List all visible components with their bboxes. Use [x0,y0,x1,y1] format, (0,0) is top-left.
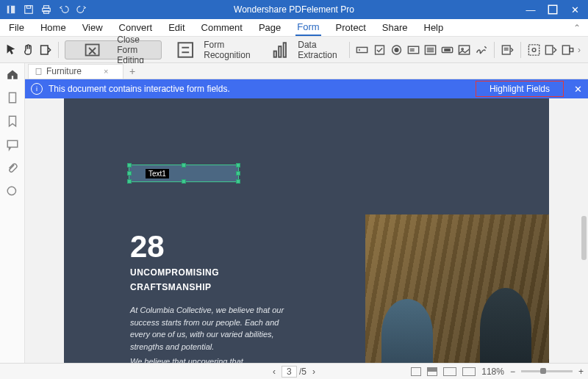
form-tool-a-icon[interactable] [527,42,541,58]
more-fields-icon[interactable] [501,42,514,58]
info-bar-close-icon[interactable]: ✕ [574,84,582,95]
attachments-panel-icon[interactable] [6,162,19,175]
svg-rect-37 [545,46,553,54]
view-continuous-icon[interactable] [427,367,437,376]
menu-form[interactable]: Form [295,19,320,36]
page-big-number: 28 [130,229,165,264]
form-tool-c-icon[interactable] [561,42,575,58]
svg-rect-9 [86,44,99,55]
menu-comment[interactable]: Comment [200,20,244,35]
svg-rect-6 [44,11,49,14]
form-text-field[interactable]: Text1 [129,165,239,182]
menu-home[interactable]: Home [39,20,68,35]
current-page[interactable]: 3 [282,366,297,378]
document-tab[interactable]: Furniture × [28,64,123,79]
view-two-continuous-icon[interactable] [462,367,476,376]
svg-point-20 [395,48,398,51]
svg-rect-3 [26,6,30,9]
print-icon[interactable] [41,4,51,15]
select-tool-icon[interactable] [4,42,18,58]
view-two-page-icon[interactable] [443,367,456,376]
svg-rect-38 [562,46,570,54]
svg-rect-16 [357,47,368,52]
menu-file[interactable]: File [7,20,26,35]
menu-help[interactable]: Help [423,20,445,35]
home-panel-icon[interactable] [6,68,19,81]
comments-panel-icon[interactable] [6,138,19,151]
thumbnails-panel-icon[interactable] [6,91,19,104]
menu-protect[interactable]: Protect [334,20,368,35]
svg-rect-13 [273,51,276,57]
document-canvas[interactable]: Text1 28 UNCOMPROMISINGCRAFTSMANSHIP At … [25,98,588,363]
zoom-level[interactable]: 118% [481,367,504,377]
tab-close-icon[interactable]: × [104,67,108,76]
button-field-icon[interactable] [440,42,454,58]
menu-convert[interactable]: Convert [118,20,154,35]
page-navigator: ‹ 3 /5 › [273,367,315,377]
svg-point-36 [532,48,536,51]
info-icon: i [31,83,43,95]
form-recognition-button[interactable]: Form Recognition [165,40,257,59]
data-extraction-button[interactable]: Data Extraction [259,40,343,59]
svg-rect-29 [445,48,450,50]
prev-page-icon[interactable]: ‹ [273,367,276,377]
bookmarks-panel-icon[interactable] [6,115,19,128]
page-heading: UNCOMPROMISINGCRAFTSMANSHIP [130,264,219,295]
close-form-editing-button[interactable]: Close Form Editing [65,40,162,59]
svg-point-42 [7,187,15,195]
page-body-text-2: We believe that uncovering that [130,357,295,363]
zoom-out-icon[interactable]: − [510,367,515,377]
svg-rect-35 [528,44,539,54]
menu-view[interactable]: View [81,20,104,35]
hand-tool-icon[interactable] [21,42,35,58]
status-bar: ‹ 3 /5 › 118% − + [0,363,588,379]
new-tab-button[interactable]: + [126,65,138,77]
view-single-icon[interactable] [411,367,421,376]
menu-share[interactable]: Share [381,20,409,35]
page-photo [365,214,549,363]
highlight-fields-button[interactable]: Highlight Fields [476,81,564,97]
redo-icon[interactable] [76,4,87,15]
ribbon-overflow-icon[interactable]: › [578,45,584,55]
left-sidebar [0,63,25,363]
svg-rect-39 [570,48,573,51]
svg-rect-21 [408,46,418,54]
text-field-icon[interactable] [355,42,369,58]
tab-label: Furniture [46,66,82,76]
close-button[interactable]: ✕ [569,4,581,15]
combobox-field-icon[interactable] [406,42,420,58]
zoom-slider[interactable] [521,370,573,372]
form-info-bar: i This document contains interactive for… [25,79,588,98]
field-label: Text1 [146,169,169,178]
edit-tool-icon[interactable] [38,42,52,58]
svg-rect-15 [283,43,285,57]
pdf-page: Text1 28 UNCOMPROMISINGCRAFTSMANSHIP At … [64,98,549,363]
next-page-icon[interactable]: › [312,367,315,377]
menu-page[interactable]: Page [257,20,282,35]
document-tab-bar: Furniture × + [25,63,588,79]
svg-rect-7 [548,5,556,13]
image-field-icon[interactable] [457,42,471,58]
svg-rect-40 [9,93,15,103]
undo-icon[interactable] [59,4,69,15]
ribbon: Close Form Editing Form Recognition Data… [0,37,588,63]
menu-edit[interactable]: Edit [167,20,186,35]
signature-field-icon[interactable] [474,42,488,58]
scrollbar-thumb[interactable] [581,216,587,260]
search-panel-icon[interactable] [6,185,19,198]
form-tool-b-icon[interactable] [544,42,558,58]
radio-field-icon[interactable] [390,42,404,58]
zoom-in-icon[interactable]: + [578,367,584,377]
svg-rect-2 [25,6,33,14]
minimize-button[interactable]: ― [525,4,537,15]
maximize-button[interactable] [547,4,559,15]
collapse-ribbon-icon[interactable]: ⌃ [573,23,581,33]
checkbox-field-icon[interactable] [373,42,387,58]
page-body-text: At Columbia Collective, we believe that … [130,304,295,353]
listbox-field-icon[interactable] [423,42,437,58]
svg-rect-1 [9,6,11,14]
save-icon[interactable] [24,4,34,15]
menu-bar: File Home View Convert Edit Comment Page… [0,19,588,37]
svg-rect-18 [375,46,384,54]
svg-rect-10 [178,43,193,57]
